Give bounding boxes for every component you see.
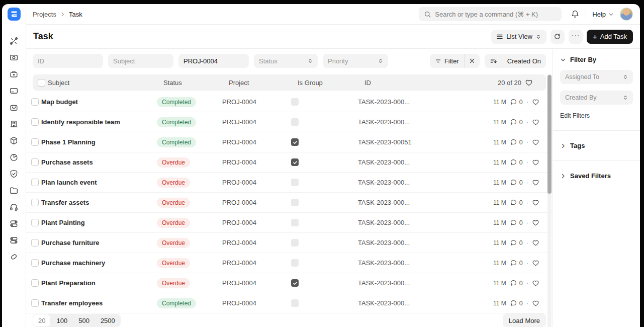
filter-by-section-toggle[interactable]: Filter By (560, 56, 633, 63)
scrollbar-thumb[interactable] (547, 75, 551, 194)
status-filter-select[interactable]: Status (254, 54, 318, 68)
task-row[interactable]: Purchase assets Overdue PROJ-0004 TASK-2… (26, 152, 553, 173)
like-icon[interactable] (532, 179, 539, 186)
tools-icon[interactable] (9, 36, 19, 46)
task-subject[interactable]: Phase 1 Planning (41, 138, 157, 146)
row-checkbox[interactable] (31, 138, 39, 146)
task-row[interactable]: Plan launch event Overdue PROJ-0004 TASK… (26, 173, 553, 193)
task-subject[interactable]: Purchase furniture (41, 239, 157, 247)
building-icon[interactable] (9, 119, 19, 129)
like-icon[interactable] (532, 239, 539, 247)
view-selector-button[interactable]: List View (491, 30, 546, 44)
task-subject[interactable]: Plan launch event (41, 179, 157, 186)
created-by-select[interactable]: Created By (560, 91, 633, 105)
like-icon[interactable] (532, 158, 539, 166)
page-size-20[interactable]: 20 (33, 314, 51, 327)
column-header-is-group[interactable]: Is Group (298, 79, 364, 87)
task-subject[interactable]: Purchase assets (41, 158, 157, 166)
load-more-button[interactable]: Load More (503, 313, 546, 327)
is-group-checkbox[interactable] (291, 138, 299, 146)
refresh-button[interactable] (550, 30, 565, 44)
toggles-icon[interactable] (9, 219, 19, 229)
task-subject[interactable]: Transfer assets (41, 199, 157, 206)
is-group-checkbox[interactable] (291, 299, 299, 307)
is-group-checkbox[interactable] (291, 279, 299, 287)
pie-chart-icon[interactable] (9, 152, 19, 162)
like-icon[interactable] (532, 279, 539, 287)
filter-button[interactable]: Filter (430, 54, 464, 68)
like-icon[interactable] (532, 259, 539, 267)
column-header-project[interactable]: Project (229, 79, 298, 87)
assigned-to-select[interactable]: Assigned To (560, 70, 633, 84)
task-row[interactable]: Purchase machinery Overdue PROJ-0004 TAS… (26, 253, 553, 273)
task-row[interactable]: Map budget Completed PROJ-0004 TASK-2023… (26, 92, 553, 112)
erpnext-logo-icon[interactable] (8, 8, 21, 21)
tags-section-toggle[interactable]: Tags (560, 142, 633, 149)
add-task-button[interactable]: + Add Task (587, 30, 633, 44)
is-group-checkbox[interactable] (291, 179, 299, 186)
more-options-button[interactable]: ··· (569, 30, 583, 44)
task-subject[interactable]: Purchase machinery (41, 259, 157, 267)
column-header-id[interactable]: ID (364, 79, 450, 87)
column-header-status[interactable]: Status (163, 79, 229, 87)
scrollbar-track[interactable] (547, 74, 551, 327)
money-view-icon[interactable] (9, 53, 19, 63)
like-icon[interactable] (532, 299, 539, 307)
task-row[interactable]: Purchase furniture Overdue PROJ-0004 TAS… (26, 233, 553, 253)
user-avatar[interactable] (620, 8, 633, 21)
plug-icon[interactable] (9, 252, 19, 262)
like-icon[interactable] (532, 219, 539, 226)
is-group-checkbox[interactable] (291, 158, 299, 166)
edit-filters-link[interactable]: Edit Filters (560, 112, 633, 119)
is-group-checkbox[interactable] (291, 118, 299, 126)
page-size-500[interactable]: 500 (73, 314, 95, 327)
row-checkbox[interactable] (31, 299, 39, 307)
row-checkbox[interactable] (31, 158, 39, 166)
task-subject[interactable]: Plant Preparation (41, 279, 157, 287)
row-checkbox[interactable] (31, 239, 39, 247)
task-row[interactable]: Transfer employees Completed PROJ-0004 T… (26, 293, 553, 313)
clear-filter-button[interactable] (465, 54, 480, 68)
project-filter-input[interactable] (178, 54, 249, 68)
is-group-checkbox[interactable] (291, 259, 299, 267)
sort-direction-button[interactable] (485, 54, 502, 68)
column-header-subject[interactable]: Subject (48, 79, 163, 87)
like-icon[interactable] (532, 199, 539, 206)
is-group-checkbox[interactable] (291, 98, 299, 106)
breadcrumb-projects[interactable]: Projects (33, 11, 56, 18)
page-size-2500[interactable]: 2500 (95, 314, 121, 327)
task-row[interactable]: Identify responsible team Completed PROJ… (26, 112, 553, 132)
saved-filters-section-toggle[interactable]: Saved Filters (560, 172, 633, 180)
like-icon[interactable] (532, 98, 539, 106)
headset-icon[interactable] (9, 202, 19, 212)
row-checkbox[interactable] (31, 118, 39, 126)
favourites-filter-icon[interactable] (525, 78, 533, 87)
task-subject[interactable]: Plant Painting (41, 219, 157, 226)
folder-icon[interactable] (9, 186, 19, 196)
shopping-bag-icon[interactable] (9, 103, 19, 113)
row-checkbox[interactable] (31, 219, 39, 226)
priority-filter-select[interactable]: Priority (323, 54, 388, 68)
task-row[interactable]: Plant Painting Overdue PROJ-0004 TASK-20… (26, 213, 553, 233)
task-row[interactable]: Plant Preparation Overdue PROJ-0004 TASK… (26, 273, 553, 293)
task-row[interactable]: Transfer assets Overdue PROJ-0004 TASK-2… (26, 193, 553, 213)
page-size-100[interactable]: 100 (51, 314, 73, 327)
row-checkbox[interactable] (31, 259, 39, 267)
help-menu[interactable]: Help (592, 11, 614, 18)
row-checkbox[interactable] (31, 279, 39, 287)
card-icon[interactable] (9, 86, 19, 96)
is-group-checkbox[interactable] (291, 239, 299, 247)
shield-check-icon[interactable] (9, 169, 19, 179)
notifications-bell-icon[interactable] (571, 10, 580, 19)
task-row[interactable]: Phase 1 Planning Completed PROJ-0004 TAS… (26, 132, 553, 152)
row-checkbox[interactable] (31, 98, 39, 106)
task-subject[interactable]: Identify responsible team (41, 118, 157, 126)
row-checkbox[interactable] (31, 179, 39, 186)
select-all-checkbox[interactable] (38, 79, 45, 87)
briefcase-icon[interactable] (9, 69, 19, 79)
global-search-input[interactable]: Search or type a command (⌘ + K) (419, 7, 562, 21)
row-checkbox[interactable] (31, 199, 39, 206)
toggles-alt-icon[interactable] (9, 235, 19, 246)
breadcrumb-task[interactable]: Task (69, 11, 82, 18)
is-group-checkbox[interactable] (291, 199, 299, 206)
